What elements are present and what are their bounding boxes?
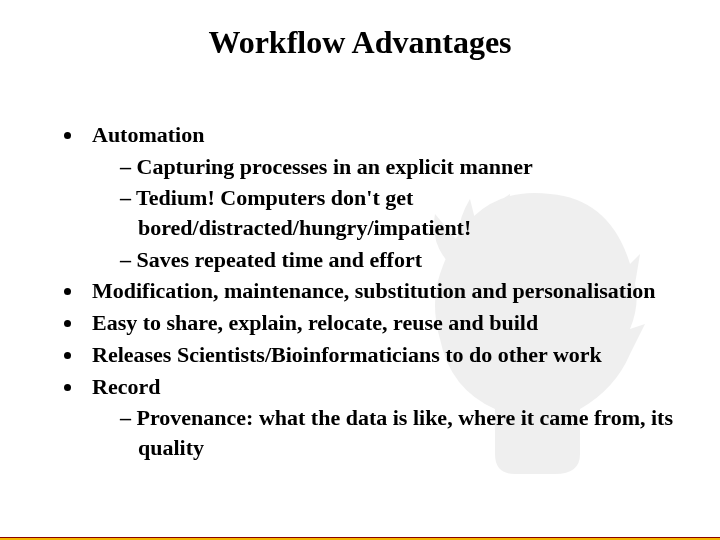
bullet-item: Easy to share, explain, relocate, reuse … [84,308,680,338]
slide-title: Workflow Advantages [0,24,720,61]
slide-body: Automation Capturing processes in an exp… [60,120,680,465]
bullet-label: Easy to share, explain, relocate, reuse … [92,310,538,335]
bullet-label: Modification, maintenance, substitution … [92,278,656,303]
bullet-item: Releases Scientists/Bioinformaticians to… [84,340,680,370]
bullet-label: Automation [92,122,204,147]
sub-list: Provenance: what the data is like, where… [92,403,680,462]
bullet-label: Record [92,374,160,399]
slide: Workflow Advantages Automation Capturing… [0,24,720,540]
bullet-item: Automation Capturing processes in an exp… [84,120,680,274]
bullet-item: Modification, maintenance, substitution … [84,276,680,306]
bullet-item: Record Provenance: what the data is like… [84,372,680,463]
bullet-label: Releases Scientists/Bioinformaticians to… [92,342,602,367]
sub-item: Tedium! Computers don't get bored/distra… [120,183,680,242]
sub-item: Capturing processes in an explicit manne… [120,152,680,182]
sub-item: Saves repeated time and effort [120,245,680,275]
slide-footer: USC Viterbi School of Engineering [0,536,720,540]
bullet-list: Automation Capturing processes in an exp… [60,120,680,463]
sub-list: Capturing processes in an explicit manne… [92,152,680,275]
sub-item: Provenance: what the data is like, where… [120,403,680,462]
